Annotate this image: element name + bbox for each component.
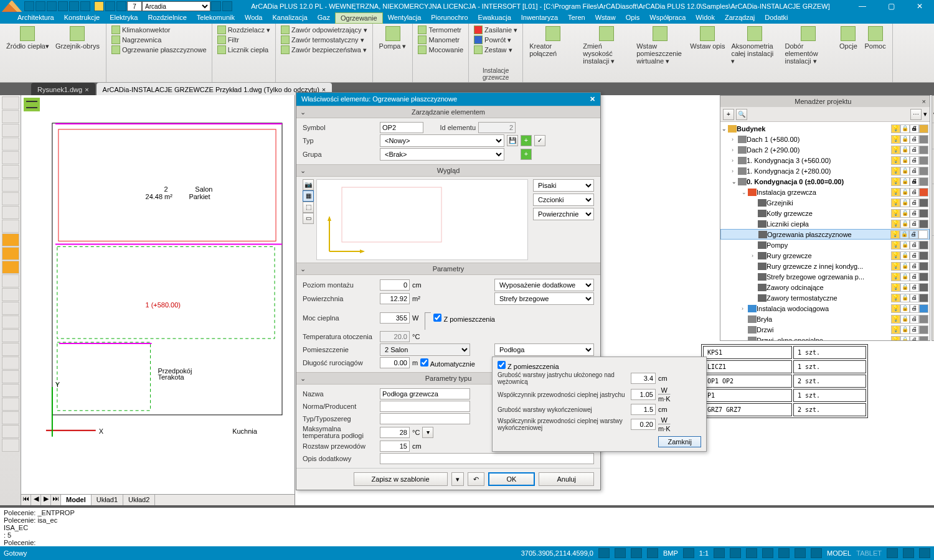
preview-mode1-button[interactable]: ▦ xyxy=(303,190,314,202)
save-template-button[interactable]: Zapisz w szablonie xyxy=(354,472,448,486)
sb-btn-9[interactable] xyxy=(762,548,773,558)
powierzchnie-combo[interactable]: Powierzchnie xyxy=(533,208,594,220)
sheet-next[interactable]: ▶ xyxy=(41,495,51,505)
menu-architektura[interactable]: Architektura xyxy=(12,12,59,24)
manometr-button[interactable]: Manometr xyxy=(417,35,465,45)
pipelen-input[interactable] xyxy=(380,357,410,368)
type-check-button[interactable]: ✓ xyxy=(534,135,545,146)
layer-number-input[interactable] xyxy=(127,1,142,11)
toolbar-btn-14[interactable] xyxy=(2,288,19,301)
ribbon-wstaw-opis[interactable]: Wstaw opis xyxy=(687,25,727,51)
toolbar-btn-1[interactable] xyxy=(2,110,19,123)
tree-item[interactable]: ⌄0. Kondygnacja 0 (±0.00=0.00)💡🔒🖨 xyxy=(720,176,930,187)
from-room-checkbox[interactable]: Z pomieszczenia xyxy=(433,314,495,323)
popup-close-button[interactable]: Zamknij xyxy=(658,436,701,447)
toolbar-btn-17[interactable] xyxy=(2,329,19,342)
status-tablet[interactable]: TABLET xyxy=(856,549,882,557)
toolbar-btn-24[interactable] xyxy=(2,425,19,438)
tree-item[interactable]: Bryła💡🔒🖨 xyxy=(720,314,930,324)
tree-item[interactable]: Drzwi💡🔒🖨 xyxy=(720,324,930,335)
auto-checkbox[interactable]: Automatycznie xyxy=(420,358,475,368)
menu-zarządzaj[interactable]: Zarządzaj xyxy=(720,12,760,24)
status-scale[interactable]: 1:1 xyxy=(699,549,709,557)
command-line[interactable]: Polecenie: _ENTPROPPolecenie: isa_ecISA_… xyxy=(0,505,934,546)
qa-undo-icon[interactable] xyxy=(69,1,79,11)
klimakonwektor-button[interactable]: Klimakonwektor xyxy=(110,25,208,35)
strefy-combo[interactable]: Strefy brzegowe xyxy=(494,292,594,305)
minimize-button[interactable]: — xyxy=(848,0,877,12)
screed-cond-input[interactable] xyxy=(631,389,656,400)
menu-teren[interactable]: Teren xyxy=(563,12,590,24)
zawor-termo-button[interactable]: Zawór termostatyczny ▾ xyxy=(280,35,369,45)
licznik-button[interactable]: Licznik ciepła xyxy=(216,45,271,55)
mocowanie-button[interactable]: Mocowanie xyxy=(417,45,465,55)
sb-btn-5[interactable] xyxy=(683,548,694,558)
menu-opis[interactable]: Opis xyxy=(621,12,645,24)
sb-btn-7[interactable] xyxy=(730,548,741,558)
menu-wstaw[interactable]: Wstaw xyxy=(590,12,621,24)
qa-freeze-icon[interactable] xyxy=(105,1,115,11)
pm-opts-button[interactable]: ⋯ xyxy=(910,109,922,120)
opis-input[interactable] xyxy=(380,453,594,464)
rozdzielacz-button[interactable]: Rozdzielacz ▾ xyxy=(216,25,271,35)
qa-redo-icon[interactable] xyxy=(80,1,90,11)
ribbon-opcje[interactable]: Opcje xyxy=(836,25,861,51)
sb-btn-6[interactable] xyxy=(714,548,725,558)
qa-open-icon[interactable] xyxy=(35,1,45,11)
qa-print-icon[interactable] xyxy=(58,1,68,11)
qa-new-icon[interactable] xyxy=(24,1,34,11)
status-bmp[interactable]: BMP xyxy=(663,549,678,557)
menu-elektryka[interactable]: Elektryka xyxy=(105,12,143,24)
preview-mode2-button[interactable]: ⬚ xyxy=(303,202,314,213)
camera-icon[interactable]: 📷 xyxy=(303,179,314,190)
pm-find-button[interactable]: 🔍 xyxy=(736,109,747,120)
ribbon-wstaw-pomieszczenie-wirtualne-[interactable]: Wstaw pomieszczenie wirtualne ▾ xyxy=(634,25,686,67)
norma-input[interactable] xyxy=(380,401,470,412)
pm-add-button[interactable]: + xyxy=(723,109,734,120)
radiator-outline-button[interactable]: Grzejnik-obrys xyxy=(53,25,102,51)
toolbar-btn-12[interactable] xyxy=(2,261,19,274)
tree-item[interactable]: Pompy💡🔒🖨 xyxy=(720,240,930,250)
toolbar-btn-13[interactable] xyxy=(2,274,19,287)
symbol-input[interactable] xyxy=(380,122,423,133)
doc-tab-0[interactable]: Rysunek1.dwg × xyxy=(31,83,95,95)
menu-rozdzielnice[interactable]: Rozdzielnice xyxy=(143,12,191,24)
sheet-prev[interactable]: ◀ xyxy=(31,495,41,505)
level-input[interactable] xyxy=(380,279,410,291)
qa-save-icon[interactable] xyxy=(47,1,57,11)
menu-telekomunik[interactable]: Telekomunik xyxy=(192,12,240,24)
sb-btn-12[interactable] xyxy=(811,548,822,558)
toolbar-btn-22[interactable] xyxy=(2,398,19,411)
toolbar-btn-6[interactable] xyxy=(2,179,19,192)
qa-lock-icon[interactable] xyxy=(116,1,126,11)
sheet-tab-uklad1[interactable]: Układ1 xyxy=(92,495,123,505)
sb-btn-10[interactable] xyxy=(778,548,790,558)
sb-btn-1[interactable] xyxy=(598,548,610,558)
underfloor-heating-button[interactable]: Ogrzewanie płaszczyznowe xyxy=(110,45,208,55)
ribbon-dob-r-element-w-instalacji-[interactable]: Dobór elementów instalacji ▾ xyxy=(782,25,834,67)
tree-item[interactable]: ›Dach 1 (+580.00)💡🔒🖨 xyxy=(720,134,930,144)
tree-item[interactable]: ›1. Kondygnacja 2 (+280.00)💡🔒🖨 xyxy=(720,166,930,176)
powrot-button[interactable]: Powrót ▾ xyxy=(473,35,519,45)
ribbon-pomoc[interactable]: Pomoc xyxy=(862,25,888,51)
toolbar-btn-21[interactable] xyxy=(2,384,19,397)
toolbar-btn-25[interactable] xyxy=(2,439,19,452)
tree-item[interactable]: ›Instalacja wodociągowa💡🔒🖨 xyxy=(720,303,930,314)
toolbar-btn-9[interactable] xyxy=(2,220,19,233)
finish-cond-input[interactable] xyxy=(631,419,656,430)
tree-item[interactable]: Grzejniki💡🔒🖨 xyxy=(720,197,930,208)
sb-btn-13[interactable] xyxy=(887,548,898,558)
menu-inwentaryza[interactable]: Inwentaryza xyxy=(516,12,563,24)
pisaki-combo[interactable]: Pisaki xyxy=(533,179,594,192)
toolbar-btn-4[interactable] xyxy=(2,151,19,164)
maxt-dropdown-button[interactable]: ▾ xyxy=(422,427,433,438)
preview-mode3-button[interactable]: ▭ xyxy=(303,213,314,224)
tree-item[interactable]: Zawory termostatyczne💡🔒🖨 xyxy=(720,292,930,303)
undo-button[interactable]: ↶ xyxy=(468,472,484,486)
status-model[interactable]: MODEL xyxy=(827,549,851,557)
toolbar-btn-15[interactable] xyxy=(2,302,19,315)
maximize-button[interactable]: ▢ xyxy=(877,0,905,12)
tab-close-icon[interactable]: × xyxy=(85,86,88,93)
menu-woda[interactable]: Woda xyxy=(240,12,268,24)
sheet-last[interactable]: ⏭ xyxy=(51,495,61,505)
